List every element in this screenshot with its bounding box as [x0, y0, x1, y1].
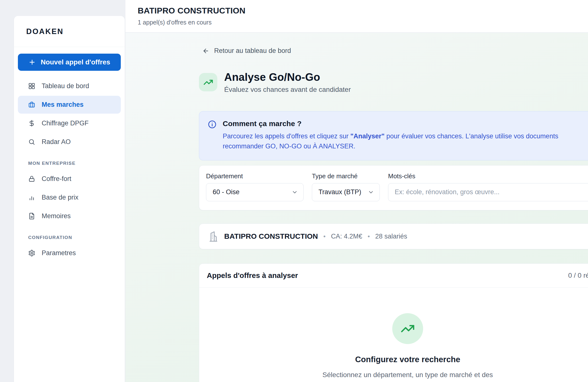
results-card: Appels d'offres à analyser 0 / 0 résulta… [199, 263, 588, 382]
sidebar-item-label: Base de prix [42, 194, 78, 201]
document-icon [28, 213, 35, 220]
lock-icon [28, 175, 35, 182]
building-icon [209, 230, 218, 243]
info-icon [208, 120, 217, 151]
trending-up-tile [199, 73, 217, 91]
empty-state: Configurez votre recherche Sélectionnez … [199, 288, 588, 382]
keywords-input[interactable] [395, 183, 588, 201]
main-content: Retour au tableau de bord Analyse Go/No-… [126, 33, 588, 382]
chevron-down-icon [368, 189, 374, 195]
empty-state-title: Configurez votre recherche [355, 355, 460, 364]
sidebar-item-chiffrage-dpgf[interactable]: Chiffrage DPGF [18, 114, 121, 132]
trending-up-icon [400, 322, 415, 336]
sidebar-item-label: Parametres [42, 249, 76, 257]
department-value: 60 - Oise [213, 188, 240, 196]
keywords-label: Mots-clés [388, 172, 588, 180]
market-type-label: Type de marché [312, 172, 380, 180]
dollar-icon [28, 120, 35, 127]
gear-icon [28, 250, 35, 257]
sidebar-nav: Tableau de bord Mes marches Chiffrage DP… [18, 77, 121, 262]
sidebar-item-base-de-prix[interactable]: Base de prix [18, 189, 121, 206]
chevron-down-icon [292, 189, 298, 195]
sidebar-item-parametres[interactable]: Parametres [18, 244, 121, 262]
new-tender-button[interactable]: Nouvel appel d'offres [18, 54, 121, 71]
info-box-line2: recommander GO, NO-GO ou À ANALYSER. [223, 141, 558, 151]
briefcase-icon [28, 101, 35, 108]
company-revenue: CA: 4.2M€ [331, 233, 362, 240]
plus-icon [28, 59, 36, 66]
sidebar-item-coffre-fort[interactable]: Coffre-fort [18, 170, 121, 188]
sidebar-item-label: Memoires [42, 212, 71, 220]
results-card-header: Appels d'offres à analyser 0 / 0 résulta… [199, 264, 588, 288]
page-head: Analyse Go/No-Go Évaluez vos chances ava… [199, 71, 588, 94]
trending-up-icon [203, 77, 213, 87]
info-box-title: Comment ça marche ? [223, 120, 558, 128]
results-count: 0 / 0 résultats [568, 272, 588, 279]
sidebar-header: DOAKEN [14, 16, 125, 47]
how-it-works-box: Comment ça marche ? Parcourez les appels… [199, 111, 588, 161]
sidebar-item-radar-ao[interactable]: Radar AO [18, 133, 121, 151]
sidebar-item-label: Tableau de bord [42, 82, 89, 90]
search-icon [28, 138, 35, 145]
new-tender-button-label: Nouvel appel d'offres [41, 58, 110, 66]
back-to-dashboard-link[interactable]: Retour au tableau de bord [202, 47, 291, 55]
department-label: Département [206, 172, 304, 180]
sidebar-item-memoires[interactable]: Memoires [18, 207, 121, 225]
sidebar-item-label: Radar AO [42, 138, 71, 146]
back-link-label: Retour au tableau de bord [214, 47, 291, 55]
page-title: Analyse Go/No-Go [224, 71, 351, 83]
market-type-select[interactable]: Travaux (BTP) [312, 183, 380, 201]
empty-state-circle [392, 313, 423, 344]
company-summary-bar: BATIPRO CONSTRUCTION • CA: 4.2M€ • 28 sa… [199, 223, 588, 249]
sidebar-item-label: Coffre-fort [42, 175, 71, 183]
market-type-value: Travaux (BTP) [318, 188, 361, 196]
company-bar-name: BATIPRO CONSTRUCTION [224, 232, 318, 241]
filters-card: Département 60 - Oise Type de marché Tra… [199, 165, 588, 210]
sidebar-item-label: Mes marches [42, 101, 84, 108]
sidebar-item-mes-marches[interactable]: Mes marches [18, 96, 121, 114]
doaken-logo: DOAKEN [26, 27, 125, 36]
page-subtitle: Évaluez vos chances avant de candidater [224, 86, 351, 94]
sidebar: DOAKEN Nouvel appel d'offres Tableau de … [14, 16, 125, 382]
empty-state-line1: Sélectionnez un département, un type de … [320, 368, 495, 381]
empty-state-line2: mots-clés, puis cliquez sur "Rechercher"… [320, 381, 495, 382]
separator-dot: • [368, 233, 370, 240]
separator-dot: • [323, 233, 326, 240]
results-card-title: Appels d'offres à analyser [207, 271, 298, 280]
sidebar-section-mon-entreprise: MON ENTREPRISE [28, 161, 121, 166]
header-subtitle: 1 appel(s) d'offres en cours [138, 19, 588, 26]
bar-chart-icon [28, 194, 35, 201]
sidebar-item-tableau-de-bord[interactable]: Tableau de bord [18, 77, 121, 95]
info-box-line1: Parcourez les appels d'offres et cliquez… [223, 131, 558, 141]
department-select[interactable]: 60 - Oise [206, 183, 304, 201]
top-header: BATIPRO CONSTRUCTION 1 appel(s) d'offres… [126, 0, 588, 33]
header-company-name: BATIPRO CONSTRUCTION [138, 6, 588, 15]
sidebar-item-label: Chiffrage DPGF [42, 120, 89, 127]
sidebar-section-configuration: CONFIGURATION [28, 235, 121, 240]
dashboard-grid-icon [28, 82, 35, 90]
company-employees: 28 salariés [375, 233, 407, 240]
arrow-left-icon [202, 47, 209, 54]
